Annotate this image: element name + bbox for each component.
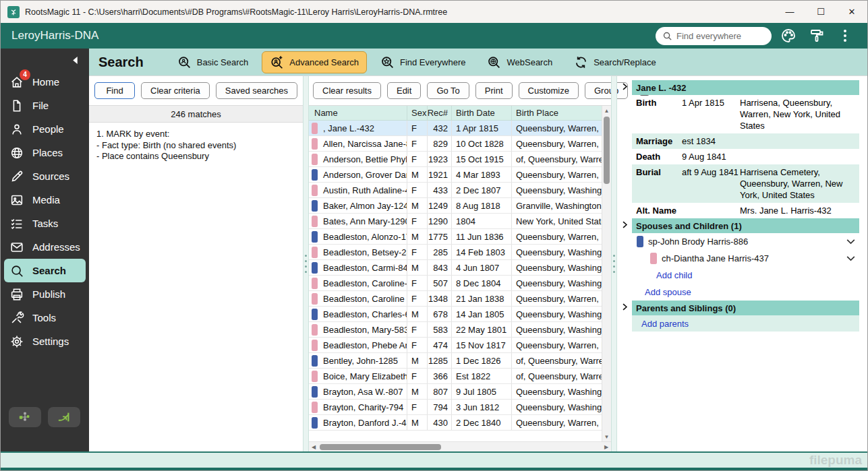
tab-basic-search[interactable]: Basic Search (169, 51, 257, 73)
sidebar-item-places[interactable]: Places (1, 141, 89, 164)
spouse-row[interactable]: sp-John Brody Harris-886 (617, 233, 859, 250)
sidebar-item-tasks[interactable]: Tasks (1, 212, 89, 235)
menu-button[interactable] (834, 24, 857, 47)
clear-criteria-button[interactable]: Clear criteria (141, 82, 210, 99)
table-row[interactable]: Bentley, John-1285M12851 Dec 1826of, Que… (309, 353, 602, 369)
tab-search-replace[interactable]: Search/Replace (566, 51, 664, 73)
add-parents-link[interactable]: Add parents (641, 319, 689, 329)
table-row[interactable]: Beadleston, Caroline-507F5078 Dec 1804Qu… (309, 276, 602, 291)
table-row[interactable]: Beadleston, Charles-678M67814 Jan 1805Qu… (309, 307, 602, 322)
scroll-left-icon[interactable]: ◀ (309, 442, 318, 451)
birth-date-cell: 2 Dec 1840 (452, 415, 512, 430)
scroll-up-icon[interactable]: ▲ (602, 106, 611, 115)
table-row[interactable]: , Jane L.-432F4321 Apr 1815Queensbury, W… (309, 121, 602, 136)
column-header-birth-date[interactable]: Birth Date (452, 106, 512, 120)
female-indicator-icon (312, 247, 318, 258)
horizontal-scroll-thumb[interactable] (320, 444, 441, 450)
expand-chevron-icon[interactable] (617, 218, 632, 233)
record-number-cell: 678 (428, 307, 452, 321)
sidebar-item-sources[interactable]: Sources (1, 164, 89, 188)
panel-splitter[interactable] (303, 76, 309, 451)
child-row[interactable]: ch-Diantha Jane Harris-437 (617, 250, 859, 267)
tab-advanced-search[interactable]: Advanced Search (262, 51, 367, 73)
vertical-scrollbar[interactable]: ▲ ▼ (602, 106, 611, 441)
horizontal-scrollbar[interactable]: ◀ ▶ (309, 441, 611, 451)
table-row[interactable]: Beadleston, Alonzo-1775M177511 Jun 1836Q… (309, 229, 602, 245)
find-everywhere-input[interactable] (676, 31, 765, 41)
close-button[interactable]: ✕ (836, 1, 867, 23)
ancestry-button[interactable] (48, 407, 80, 427)
chevron-down-icon[interactable] (845, 236, 857, 247)
minimize-button[interactable]: — (774, 1, 805, 23)
birth-date-cell: 15 Nov 1817 (452, 338, 512, 352)
print-button[interactable]: Print (475, 82, 513, 99)
sidebar-item-publish[interactable]: Publish (1, 282, 89, 306)
find-button[interactable]: Find (94, 82, 135, 99)
table-row[interactable]: Brayton, Danford J.-430M4302 Dec 1840Que… (309, 415, 602, 431)
table-row[interactable]: Allen, Narcissa Jane-829F82910 Oct 1828Q… (309, 136, 602, 152)
table-row[interactable]: Baker, Almon Jay-1249M12498 Aug 1818Gran… (309, 198, 602, 214)
tab-find-everywhere[interactable]: Find Everywhere (372, 51, 474, 73)
record-number-cell: 433 (428, 183, 452, 197)
spouses-children-header[interactable]: Spouses and Children (1) (617, 218, 859, 233)
column-header-name[interactable]: Name (309, 106, 407, 120)
tab-websearch[interactable]: WebSearch (479, 51, 560, 73)
maximize-button[interactable]: ☐ (805, 1, 836, 23)
expand-chevron-icon[interactable] (617, 301, 632, 315)
sidebar-item-file[interactable]: File (1, 94, 89, 117)
edit-button[interactable]: Edit (387, 82, 421, 99)
birth-place-cell: Queensbury, Washingto (512, 245, 602, 259)
sidebar-item-settings[interactable]: Settings (1, 329, 89, 353)
parents-siblings-header[interactable]: Parents and Siblings (0) (617, 301, 859, 315)
familysearch-button[interactable] (9, 407, 41, 427)
person-header[interactable]: Jane L. -432 (617, 80, 859, 95)
table-row[interactable]: Beadleston, Caroline L.-1F134821 Jan 183… (309, 291, 602, 307)
table-row[interactable]: Brayton, Asa W.-807M8079 Jul 1805Queensb… (309, 384, 602, 400)
sidebar-item-search[interactable]: Search (4, 259, 86, 282)
fact-row[interactable]: Birth1 Apr 1815Harrisena, Queensbury, Wa… (617, 95, 859, 133)
table-row[interactable]: Austin, Ruth Adaline-433F4332 Dec 1807Qu… (309, 183, 602, 198)
person-name: Brayton, Charity-794 (323, 402, 403, 412)
sidebar-item-people[interactable]: People (1, 117, 89, 141)
table-row[interactable]: Anderson, Grover DanielM19214 Mar 1893Qu… (309, 167, 602, 183)
column-header-sex[interactable]: Sex (407, 106, 428, 120)
fact-row[interactable]: Burialaft 9 Aug 1841Harrisena Cemetery, … (617, 164, 859, 203)
expand-chevron-icon[interactable] (617, 80, 632, 95)
table-row[interactable]: Anderson, Bettie Phyllis-F192315 Oct 191… (309, 152, 602, 167)
sidebar-item-addresses[interactable]: Addresses (1, 235, 89, 259)
table-row[interactable]: Brayton, Charity-794F7943 Jun 1812Queens… (309, 400, 602, 415)
sidebar-item-media[interactable]: Media (1, 188, 89, 212)
sidebar-item-tools[interactable]: Tools (1, 306, 89, 329)
panel-splitter[interactable] (611, 76, 617, 451)
sidebar-collapse-button[interactable] (71, 56, 80, 65)
fact-row[interactable]: Death9 Aug 1841 (617, 149, 859, 164)
fact-row[interactable]: Marriageest 1834 (617, 133, 859, 149)
customize-button[interactable]: Customize (519, 82, 579, 99)
sidebar-item-home[interactable]: 4Home (1, 70, 89, 94)
vertical-scroll-thumb[interactable] (604, 117, 610, 184)
fact-row[interactable]: Alt. NameMrs. Jane L. Harris-432 (617, 203, 859, 218)
table-row[interactable]: Beadleston, Carmi-843M8434 Jun 1807Queen… (309, 260, 602, 276)
table-row[interactable]: Beadleston, Phebe Ann-4F47415 Nov 1817Qu… (309, 338, 602, 353)
add-child-link[interactable]: Add child (656, 270, 692, 280)
theme-paint-button[interactable] (805, 24, 828, 47)
results-table-header[interactable]: NameSexRec#Birth DateBirth Place (309, 106, 602, 121)
find-everywhere-search[interactable] (656, 27, 772, 45)
clear-results-button[interactable]: Clear results (313, 82, 381, 99)
chevron-down-icon[interactable] (845, 253, 857, 264)
sex-cell: F (407, 400, 428, 414)
column-header-birth-place[interactable]: Birth Place (512, 106, 602, 120)
add-spouse-link[interactable]: Add spouse (645, 287, 691, 297)
scroll-down-icon[interactable]: ▼ (602, 432, 611, 441)
go-to-button[interactable]: Go To (427, 82, 469, 99)
column-header-rec#[interactable]: Rec# (428, 106, 452, 120)
table-row[interactable]: Beadleston, Betsey-285F28514 Feb 1803Que… (309, 245, 602, 260)
saved-searches-button[interactable]: Saved searches (216, 82, 297, 99)
table-row[interactable]: Bates, Ann Mary-1290F12901804New York, U… (309, 214, 602, 229)
birth-date-cell: 11 Jun 1836 (452, 229, 512, 244)
ancestry-leaf-icon (57, 410, 71, 424)
table-row[interactable]: Beadleston, Mary-583F58322 May 1801Queen… (309, 322, 602, 338)
color-theme-button[interactable] (777, 24, 800, 47)
scroll-right-icon[interactable]: ▶ (602, 442, 611, 451)
table-row[interactable]: Boice, Mary Elizabeth-36F366Est 1822of, … (309, 369, 602, 384)
